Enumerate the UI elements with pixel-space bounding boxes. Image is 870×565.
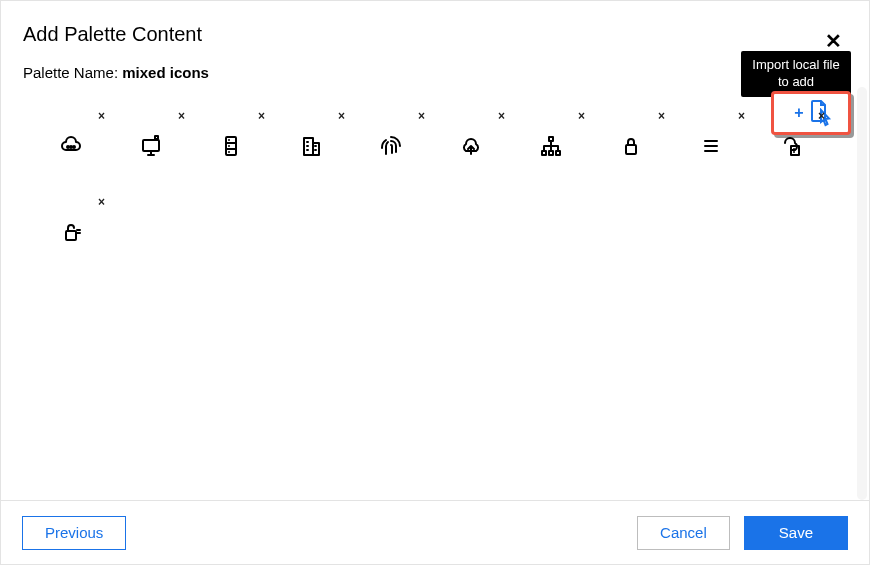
close-icon[interactable]: ✕ — [825, 31, 842, 51]
remove-icon[interactable]: × — [578, 109, 585, 123]
lock-icon — [617, 132, 645, 164]
palette-icon-list-icon[interactable]: × — [671, 105, 751, 191]
palette-icon-cloud-building-icon[interactable]: × — [751, 105, 831, 191]
unlock-icon — [57, 218, 85, 250]
hierarchy-icon — [537, 132, 565, 164]
svg-rect-3 — [143, 140, 159, 151]
remove-icon[interactable]: × — [498, 109, 505, 123]
palette-icon-cloud-nodes-icon[interactable]: × — [31, 105, 111, 191]
icon-grid: ××××××××××× — [1, 87, 869, 277]
cloud-upload-icon — [457, 132, 485, 164]
remove-icon[interactable]: × — [418, 109, 425, 123]
page-title: Add Palette Content — [23, 23, 847, 46]
cloud-nodes-icon — [57, 132, 85, 164]
svg-rect-4 — [155, 136, 158, 139]
cancel-button[interactable]: Cancel — [637, 516, 730, 550]
palette-icon-monitor-icon[interactable]: × — [111, 105, 191, 191]
building-icon — [297, 132, 325, 164]
palette-name-value: mixed icons — [122, 64, 209, 81]
svg-point-0 — [67, 146, 69, 148]
palette-icon-unlock-icon[interactable]: × — [31, 191, 111, 277]
remove-icon[interactable]: × — [818, 109, 825, 123]
add-palette-dialog: ✕ Add Palette Content Palette Name: mixe… — [0, 0, 870, 565]
scrollbar[interactable] — [857, 87, 867, 500]
remove-icon[interactable]: × — [338, 109, 345, 123]
palette-icon-hierarchy-icon[interactable]: × — [511, 105, 591, 191]
server-rack-icon — [217, 132, 245, 164]
svg-point-2 — [73, 146, 75, 148]
palette-icon-fingerprint-icon[interactable]: × — [351, 105, 431, 191]
palette-icon-cloud-upload-icon[interactable]: × — [431, 105, 511, 191]
palette-icon-lock-icon[interactable]: × — [591, 105, 671, 191]
remove-icon[interactable]: × — [98, 109, 105, 123]
palette-name-label: Palette Name: — [23, 64, 118, 81]
palette-name-row: Palette Name: mixed icons — [23, 64, 847, 81]
svg-point-1 — [70, 146, 72, 148]
remove-icon[interactable]: × — [178, 109, 185, 123]
remove-icon[interactable]: × — [738, 109, 745, 123]
svg-rect-12 — [626, 145, 636, 154]
remove-icon[interactable]: × — [258, 109, 265, 123]
palette-icon-building-icon[interactable]: × — [271, 105, 351, 191]
monitor-icon — [137, 132, 165, 164]
icon-scroll-area: ××××××××××× — [1, 87, 869, 500]
save-button[interactable]: Save — [744, 516, 848, 550]
list-icon — [697, 132, 725, 164]
palette-icon-server-rack-icon[interactable]: × — [191, 105, 271, 191]
svg-rect-14 — [66, 231, 76, 240]
previous-button[interactable]: Previous — [22, 516, 126, 550]
svg-rect-5 — [226, 137, 236, 155]
cloud-building-icon — [777, 132, 805, 164]
fingerprint-icon — [377, 132, 405, 164]
remove-icon[interactable]: × — [98, 195, 105, 209]
dialog-footer: Previous Cancel Save — [1, 500, 869, 564]
dialog-header: Add Palette Content Palette Name: mixed … — [1, 1, 869, 87]
remove-icon[interactable]: × — [658, 109, 665, 123]
